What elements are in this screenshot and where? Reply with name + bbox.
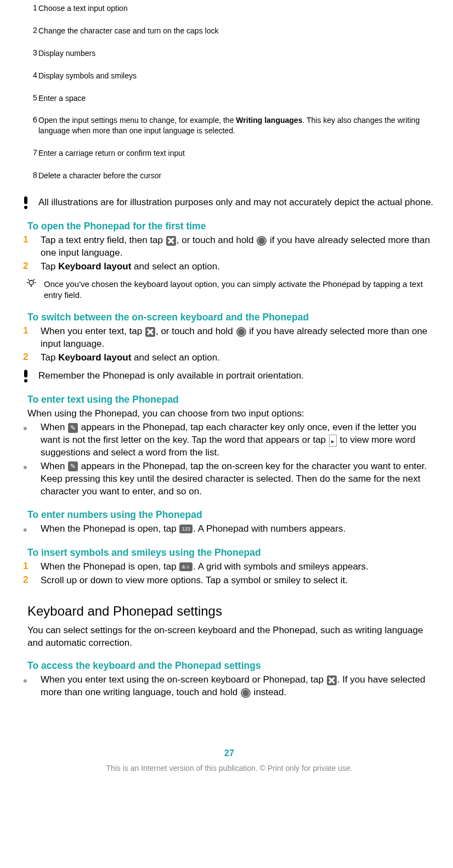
- t: When: [41, 422, 67, 432]
- legend-row: 6 Open the input settings menu to change…: [23, 115, 435, 136]
- note-text: Remember the Phonepad is only available …: [38, 370, 435, 382]
- legend-text: Open the input settings menu to change, …: [38, 115, 435, 136]
- legend-num: 1: [23, 3, 38, 12]
- bullet-list: • When the Phonepad is open, tap 123. A …: [23, 523, 435, 536]
- legend-num: 5: [23, 93, 38, 102]
- important-note: All illustrations are for illustration p…: [23, 196, 435, 210]
- step-text: When you enter text, tap , or touch and …: [36, 325, 435, 351]
- legend-text: Display symbols and smileys: [38, 71, 435, 81]
- exclamation-icon: [23, 370, 38, 383]
- bullet-text: When the Phonepad is open, tap 123. A Ph…: [36, 523, 435, 536]
- step-num: 1: [23, 325, 36, 336]
- section-heading: To enter text using the Phonepad: [27, 394, 435, 405]
- t: When the Phonepad is open, tap: [41, 523, 179, 534]
- t-before: Open the input settings menu to change, …: [38, 116, 236, 125]
- section-heading: To enter numbers using the Phonepad: [27, 509, 435, 521]
- legend-row: 2 Change the character case and turn on …: [23, 26, 435, 36]
- lightbulb-icon: [23, 279, 44, 289]
- legend-num: 6: [23, 115, 38, 124]
- t: and select an option.: [131, 261, 220, 272]
- step-row: 2 Tap Keyboard layout and select an opti…: [23, 261, 435, 273]
- section-heading: To insert symbols and smileys using the …: [27, 547, 435, 559]
- bullet-list: • When you enter text using the on-scree…: [23, 674, 435, 699]
- exclamation-icon: [23, 196, 38, 210]
- step-num: 1: [23, 234, 36, 245]
- tip-text: Once you've chosen the keyboard layout o…: [44, 279, 435, 301]
- t-bold: Keyboard layout: [58, 261, 131, 272]
- step-text: When the Phonepad is open, tap &☺. A gri…: [36, 561, 435, 573]
- step-row: 2 Tap Keyboard layout and select an opti…: [23, 352, 435, 364]
- legend-num: 4: [23, 71, 38, 80]
- legend-text: Delete a character before the cursor: [38, 171, 435, 181]
- step-text: Scroll up or down to view more options. …: [36, 574, 435, 587]
- t: . A Phonepad with numbers appears.: [193, 523, 346, 534]
- note-text: All illustrations are for illustration p…: [38, 196, 435, 209]
- svg-rect-8: [24, 370, 27, 377]
- legend-text: Display numbers: [38, 48, 435, 59]
- t: When you enter text, tap: [41, 326, 145, 336]
- svg-point-9: [24, 379, 27, 382]
- t: , or touch and hold: [177, 235, 257, 245]
- globe-icon: [257, 236, 267, 246]
- bullet-text: When appears in the Phonepad, tap the on…: [36, 460, 435, 498]
- t: and select an option.: [131, 352, 220, 363]
- steps-list: 1 When the Phonepad is open, tap &☺. A g…: [23, 561, 435, 587]
- bullet-text: When you enter text using the on-screen …: [36, 674, 435, 699]
- svg-line-6: [28, 279, 29, 280]
- keypad-legend-list: 1 Choose a text input option 2 Change th…: [23, 3, 435, 181]
- t: Tap a text entry field, then tap: [41, 235, 166, 245]
- bullet-row: • When appears in the Phonepad, tap the …: [23, 460, 435, 498]
- legend-row: 7 Enter a carriage return or confirm tex…: [23, 148, 435, 159]
- bullet-row: • When appears in the Phonepad, tap each…: [23, 421, 435, 459]
- bullet-marker: •: [23, 674, 36, 687]
- numbers-key-icon: 123: [179, 525, 192, 533]
- t-bold: Writing languages: [236, 116, 302, 125]
- globe-icon: [236, 327, 246, 337]
- arrow-right-icon: ▸: [329, 435, 337, 447]
- t: When the Phonepad is open, tap: [41, 561, 179, 572]
- wrench-icon: [166, 236, 176, 246]
- bullet-marker: •: [23, 421, 36, 435]
- step-num: 2: [23, 574, 36, 585]
- globe-icon: [241, 688, 251, 698]
- t: When: [41, 461, 67, 471]
- legend-row: 1 Choose a text input option: [23, 3, 435, 14]
- legend-num: 7: [23, 148, 38, 157]
- t-bold: Keyboard layout: [58, 352, 131, 363]
- tip-note: Once you've chosen the keyboard layout o…: [23, 279, 435, 301]
- h2-body: You can select settings for the on-scree…: [27, 624, 435, 650]
- legend-row: 4 Display symbols and smileys: [23, 71, 435, 81]
- t: instead.: [251, 687, 286, 697]
- step-row: 1 When you enter text, tap , or touch an…: [23, 325, 435, 351]
- steps-list: 1 Tap a text entry field, then tap , or …: [23, 234, 435, 273]
- legend-text: Choose a text input option: [38, 3, 435, 14]
- legend-row: 8 Delete a character before the cursor: [23, 171, 435, 181]
- svg-line-7: [33, 279, 35, 280]
- footer-note: This is an Internet version of this publ…: [23, 764, 435, 781]
- intro-text: When using the Phonepad, you can choose …: [27, 408, 435, 420]
- important-note: Remember the Phonepad is only available …: [23, 370, 435, 383]
- svg-point-1: [24, 206, 27, 209]
- step-text: Tap a text entry field, then tap , or to…: [36, 234, 435, 260]
- t: Tap: [41, 261, 58, 272]
- symbols-key-icon: &☺: [179, 562, 192, 571]
- step-row: 1 Tap a text entry field, then tap , or …: [23, 234, 435, 260]
- bullet-row: • When the Phonepad is open, tap 123. A …: [23, 523, 435, 536]
- legend-num: 3: [23, 48, 38, 57]
- svg-rect-0: [24, 196, 27, 204]
- bullet-marker: •: [23, 460, 36, 474]
- bullet-marker: •: [23, 523, 36, 536]
- page-content: 1 Choose a text input option 2 Change th…: [18, 3, 435, 781]
- legend-row: 3 Display numbers: [23, 48, 435, 59]
- step-num: 2: [23, 352, 36, 363]
- legend-row: 5 Enter a space: [23, 93, 435, 104]
- step-text: Tap Keyboard layout and select an option…: [36, 261, 435, 273]
- legend-text: Enter a space: [38, 93, 435, 104]
- pencil-icon: [68, 423, 78, 433]
- pencil-icon: [68, 461, 78, 471]
- legend-text: Change the character case and turn on th…: [38, 26, 435, 36]
- t: appears in the Phonepad, tap the on-scre…: [41, 461, 427, 497]
- wrench-icon: [327, 675, 337, 685]
- section-heading: To access the keyboard and the Phonepad …: [27, 660, 435, 672]
- step-text: Tap Keyboard layout and select an option…: [36, 352, 435, 364]
